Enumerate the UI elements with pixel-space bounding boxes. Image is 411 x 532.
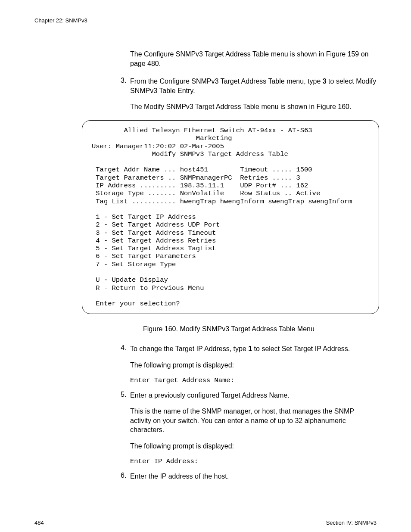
step-key: 1	[248, 345, 252, 352]
step-text-tail: to select Set Target IP Address.	[252, 345, 350, 352]
step-3: 3. From the Configure SNMPv3 Target Addr…	[121, 77, 377, 112]
step-number: 5.	[121, 391, 130, 466]
step-number: 4.	[121, 344, 130, 384]
step-sub-2: The following prompt is displayed:	[130, 442, 377, 451]
step-sub: The Modify SNMPv3 Target Address Table m…	[130, 102, 377, 112]
intro-paragraph: The Configure SNMPv3 Target Address Tabl…	[130, 50, 377, 68]
step-sub: This is the name of the SNMP manager, or…	[130, 407, 377, 435]
prompt-text: Enter IP Address:	[130, 457, 377, 465]
step-text: To change the Target IP Address, type	[130, 345, 248, 352]
step-body: To change the Target IP Address, type 1 …	[130, 344, 377, 384]
step-number: 3.	[121, 77, 130, 112]
step-sub: The following prompt is displayed:	[130, 361, 377, 370]
step-text: Enter a previously configured Target Add…	[130, 392, 290, 399]
step-text: Enter the IP address of the host.	[130, 473, 229, 480]
page-header: Chapter 22: SNMPv3	[34, 17, 377, 24]
step-text: From the Configure SNMPv3 Target Address…	[130, 78, 323, 85]
step-body: Enter the IP address of the host.	[130, 472, 377, 481]
step-4: 4. To change the Target IP Address, type…	[121, 344, 377, 384]
step-key: 3	[323, 78, 327, 85]
content-area: The Configure SNMPv3 Target Address Tabl…	[121, 50, 377, 112]
step-5: 5. Enter a previously configured Target …	[121, 391, 377, 466]
step-body: From the Configure SNMPv3 Target Address…	[130, 77, 377, 112]
step-number: 6.	[121, 472, 130, 481]
page-footer: 484 Section IV: SNMPv3	[34, 520, 377, 526]
content-area-2: Figure 160. Modify SNMPv3 Target Address…	[121, 324, 377, 481]
step-6: 6. Enter the IP address of the host.	[121, 472, 377, 481]
prompt-text: Enter Target Address Name:	[130, 376, 377, 384]
step-body: Enter a previously configured Target Add…	[130, 391, 377, 466]
section-label: Section IV: SNMPv3	[326, 520, 377, 526]
page-number: 484	[34, 520, 44, 526]
figure-caption: Figure 160. Modify SNMPv3 Target Address…	[143, 324, 377, 334]
terminal-screen: Allied Telesyn Ethernet Switch AT-94xx -…	[82, 120, 379, 314]
